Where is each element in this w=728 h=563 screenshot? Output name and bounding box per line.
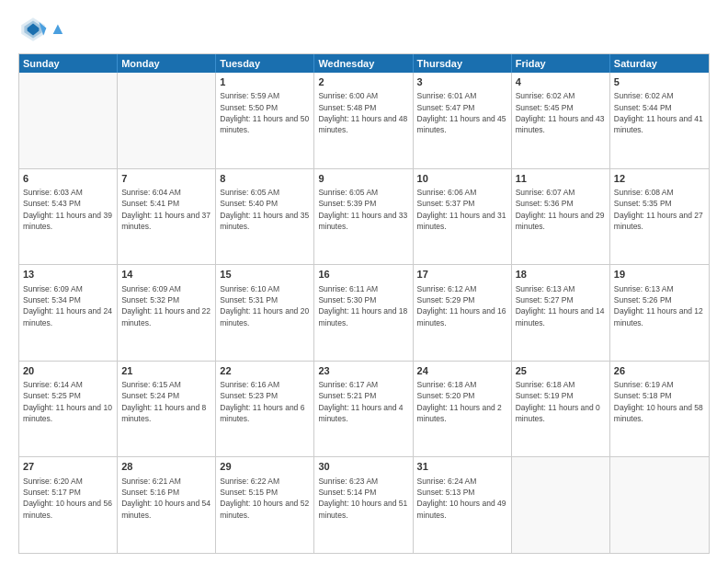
day-number: 20 xyxy=(23,364,113,378)
calendar-cell: 26Sunrise: 6:19 AM Sunset: 5:18 PM Dayli… xyxy=(610,362,709,457)
cell-content: Sunrise: 6:05 AM Sunset: 5:40 PM Dayligh… xyxy=(220,187,310,232)
calendar-cell: 29Sunrise: 6:22 AM Sunset: 5:15 PM Dayli… xyxy=(216,457,314,553)
calendar-cell: 10Sunrise: 6:06 AM Sunset: 5:37 PM Dayli… xyxy=(414,169,512,265)
calendar-cell: 12Sunrise: 6:08 AM Sunset: 5:35 PM Dayli… xyxy=(610,169,709,265)
calendar: SundayMondayTuesdayWednesdayThursdayFrid… xyxy=(18,53,710,554)
cell-content: Sunrise: 6:14 AM Sunset: 5:25 PM Dayligh… xyxy=(23,379,113,424)
cell-content: Sunrise: 6:13 AM Sunset: 5:26 PM Dayligh… xyxy=(614,283,705,328)
day-number: 14 xyxy=(121,268,211,282)
calendar-cell: 4Sunrise: 6:02 AM Sunset: 5:45 PM Daylig… xyxy=(512,73,610,168)
day-number: 28 xyxy=(121,460,211,474)
day-number: 16 xyxy=(318,268,408,282)
weekday-header: Sunday xyxy=(19,54,118,73)
calendar-row: 13Sunrise: 6:09 AM Sunset: 5:34 PM Dayli… xyxy=(19,264,709,361)
day-number: 25 xyxy=(516,364,606,378)
cell-content: Sunrise: 6:15 AM Sunset: 5:24 PM Dayligh… xyxy=(121,379,211,424)
logo-icon xyxy=(18,15,48,44)
day-number: 6 xyxy=(23,172,113,186)
calendar-cell: 31Sunrise: 6:24 AM Sunset: 5:13 PM Dayli… xyxy=(414,457,512,553)
calendar-cell: 28Sunrise: 6:21 AM Sunset: 5:16 PM Dayli… xyxy=(118,457,216,553)
calendar-cell: 5Sunrise: 6:02 AM Sunset: 5:44 PM Daylig… xyxy=(610,73,709,168)
calendar-cell: 7Sunrise: 6:04 AM Sunset: 5:41 PM Daylig… xyxy=(118,169,216,265)
day-number: 8 xyxy=(220,172,310,186)
page: ▲ SundayMondayTuesdayWednesdayThursdayFr… xyxy=(0,0,728,563)
cell-content: Sunrise: 6:21 AM Sunset: 5:16 PM Dayligh… xyxy=(121,476,211,521)
weekday-header: Friday xyxy=(512,54,610,73)
calendar-cell: 27Sunrise: 6:20 AM Sunset: 5:17 PM Dayli… xyxy=(19,457,118,553)
cell-content: Sunrise: 6:22 AM Sunset: 5:15 PM Dayligh… xyxy=(220,476,310,521)
weekday-header: Tuesday xyxy=(216,54,314,73)
day-number: 24 xyxy=(417,364,507,378)
cell-content: Sunrise: 6:18 AM Sunset: 5:20 PM Dayligh… xyxy=(417,379,507,424)
day-number: 5 xyxy=(614,75,705,89)
cell-content: Sunrise: 6:02 AM Sunset: 5:44 PM Dayligh… xyxy=(614,90,705,135)
cell-content: Sunrise: 6:24 AM Sunset: 5:13 PM Dayligh… xyxy=(417,476,507,521)
weekday-header: Thursday xyxy=(414,54,512,73)
cell-content: Sunrise: 5:59 AM Sunset: 5:50 PM Dayligh… xyxy=(220,90,310,135)
weekday-header: Monday xyxy=(118,54,216,73)
day-number: 23 xyxy=(318,364,408,378)
cell-content: Sunrise: 6:01 AM Sunset: 5:47 PM Dayligh… xyxy=(417,90,507,135)
day-number: 22 xyxy=(220,364,310,378)
calendar-cell: 30Sunrise: 6:23 AM Sunset: 5:14 PM Dayli… xyxy=(314,457,413,553)
calendar-cell: 18Sunrise: 6:13 AM Sunset: 5:27 PM Dayli… xyxy=(512,265,610,361)
day-number: 12 xyxy=(614,172,705,186)
day-number: 7 xyxy=(121,172,211,186)
calendar-cell xyxy=(19,73,118,168)
calendar-cell xyxy=(118,73,216,168)
calendar-cell xyxy=(610,457,709,553)
day-number: 18 xyxy=(516,268,606,282)
calendar-cell: 14Sunrise: 6:09 AM Sunset: 5:32 PM Dayli… xyxy=(118,265,216,361)
day-number: 9 xyxy=(318,172,408,186)
cell-content: Sunrise: 6:05 AM Sunset: 5:39 PM Dayligh… xyxy=(318,187,408,232)
calendar-cell: 15Sunrise: 6:10 AM Sunset: 5:31 PM Dayli… xyxy=(216,265,314,361)
cell-content: Sunrise: 6:16 AM Sunset: 5:23 PM Dayligh… xyxy=(220,379,310,424)
calendar-cell: 11Sunrise: 6:07 AM Sunset: 5:36 PM Dayli… xyxy=(512,169,610,265)
cell-content: Sunrise: 6:06 AM Sunset: 5:37 PM Dayligh… xyxy=(417,187,507,232)
calendar-cell: 3Sunrise: 6:01 AM Sunset: 5:47 PM Daylig… xyxy=(414,73,512,168)
day-number: 11 xyxy=(516,172,606,186)
cell-content: Sunrise: 6:19 AM Sunset: 5:18 PM Dayligh… xyxy=(614,379,705,424)
day-number: 13 xyxy=(23,268,113,282)
calendar-cell: 22Sunrise: 6:16 AM Sunset: 5:23 PM Dayli… xyxy=(216,362,314,457)
calendar-row: 1Sunrise: 5:59 AM Sunset: 5:50 PM Daylig… xyxy=(19,73,709,168)
day-number: 26 xyxy=(614,364,705,378)
day-number: 15 xyxy=(220,268,310,282)
cell-content: Sunrise: 6:04 AM Sunset: 5:41 PM Dayligh… xyxy=(121,187,211,232)
calendar-cell: 2Sunrise: 6:00 AM Sunset: 5:48 PM Daylig… xyxy=(314,73,413,168)
cell-content: Sunrise: 6:12 AM Sunset: 5:29 PM Dayligh… xyxy=(417,283,507,328)
day-number: 17 xyxy=(417,268,507,282)
calendar-row: 6Sunrise: 6:03 AM Sunset: 5:43 PM Daylig… xyxy=(19,168,709,265)
cell-content: Sunrise: 6:23 AM Sunset: 5:14 PM Dayligh… xyxy=(318,476,408,521)
header: ▲ xyxy=(18,15,710,44)
day-number: 1 xyxy=(220,75,310,89)
calendar-cell: 25Sunrise: 6:18 AM Sunset: 5:19 PM Dayli… xyxy=(512,362,610,457)
cell-content: Sunrise: 6:08 AM Sunset: 5:35 PM Dayligh… xyxy=(614,187,705,232)
calendar-cell xyxy=(512,457,610,553)
logo-text: ▲ xyxy=(50,19,66,40)
calendar-cell: 23Sunrise: 6:17 AM Sunset: 5:21 PM Dayli… xyxy=(314,362,413,457)
day-number: 3 xyxy=(417,75,507,89)
calendar-cell: 21Sunrise: 6:15 AM Sunset: 5:24 PM Dayli… xyxy=(118,362,216,457)
day-number: 19 xyxy=(614,268,705,282)
day-number: 2 xyxy=(318,75,408,89)
calendar-cell: 19Sunrise: 6:13 AM Sunset: 5:26 PM Dayli… xyxy=(610,265,709,361)
weekday-header: Saturday xyxy=(610,54,709,73)
cell-content: Sunrise: 6:09 AM Sunset: 5:32 PM Dayligh… xyxy=(121,283,211,328)
day-number: 10 xyxy=(417,172,507,186)
cell-content: Sunrise: 6:09 AM Sunset: 5:34 PM Dayligh… xyxy=(23,283,113,328)
calendar-cell: 8Sunrise: 6:05 AM Sunset: 5:40 PM Daylig… xyxy=(216,169,314,265)
day-number: 30 xyxy=(318,460,408,474)
cell-content: Sunrise: 6:00 AM Sunset: 5:48 PM Dayligh… xyxy=(318,90,408,135)
cell-content: Sunrise: 6:11 AM Sunset: 5:30 PM Dayligh… xyxy=(318,283,408,328)
day-number: 29 xyxy=(220,460,310,474)
cell-content: Sunrise: 6:13 AM Sunset: 5:27 PM Dayligh… xyxy=(516,283,606,328)
calendar-row: 27Sunrise: 6:20 AM Sunset: 5:17 PM Dayli… xyxy=(19,456,709,553)
cell-content: Sunrise: 6:20 AM Sunset: 5:17 PM Dayligh… xyxy=(23,476,113,521)
calendar-cell: 17Sunrise: 6:12 AM Sunset: 5:29 PM Dayli… xyxy=(414,265,512,361)
calendar-cell: 1Sunrise: 5:59 AM Sunset: 5:50 PM Daylig… xyxy=(216,73,314,168)
cell-content: Sunrise: 6:10 AM Sunset: 5:31 PM Dayligh… xyxy=(220,283,310,328)
calendar-body: 1Sunrise: 5:59 AM Sunset: 5:50 PM Daylig… xyxy=(19,73,709,553)
logo: ▲ xyxy=(18,15,66,44)
day-number: 4 xyxy=(516,75,606,89)
